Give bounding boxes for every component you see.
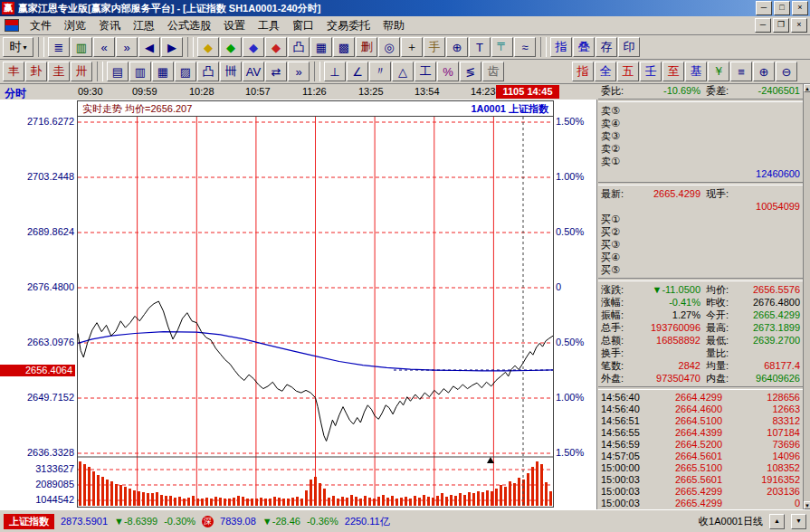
fund-flow-icon[interactable]: ￥ (708, 62, 729, 81)
quote-label: 均量: (706, 359, 742, 372)
grid-a-icon-glyph: ▤ (112, 65, 123, 79)
kline-view-icon[interactable]: ▥ (71, 37, 92, 57)
measure-tool-icon[interactable]: 工 (415, 62, 436, 81)
time-axis-label: 10:28 (189, 86, 214, 97)
settings-gear-icon[interactable]: 齿 (482, 62, 504, 81)
add-point-icon[interactable]: ⊕ (446, 37, 468, 57)
grid-small-icon[interactable]: ▦ (310, 37, 332, 57)
erase-tool-icon-glyph: 删 (361, 39, 373, 55)
last-page-icon[interactable]: » (116, 37, 138, 57)
zoom-in-icon[interactable]: ⊕ (753, 62, 775, 81)
diamond-yellow-icon[interactable]: ◆ (197, 37, 219, 57)
angle-tool-icon[interactable]: ∠ (347, 62, 368, 81)
menu-gann[interactable]: 江恩 (127, 16, 161, 35)
status-index-name[interactable]: 上证指数 (4, 514, 54, 529)
indicator-window-icon[interactable]: 指 (550, 37, 572, 57)
menu-formula-stock-pick[interactable]: 公式选股 (161, 16, 217, 35)
overlay-window-icon[interactable]: 叠 (573, 37, 595, 57)
menu-trade-order[interactable]: 交易委托 (320, 16, 376, 35)
minimize-button[interactable]: ─ (756, 1, 772, 15)
bars-tool-icon[interactable]: 卌 (220, 62, 242, 81)
intraday-chart[interactable] (77, 116, 554, 508)
menu-window[interactable]: 窗口 (286, 16, 320, 35)
wave-tool-icon-glyph: ≈ (521, 41, 528, 54)
menu-browse[interactable]: 浏览 (58, 16, 92, 35)
expand-more-icon[interactable]: » (288, 62, 310, 81)
scroll-up-icon[interactable]: ▲ (804, 84, 810, 92)
gann-box2-icon[interactable]: 卅 (71, 62, 92, 81)
crosshair-icon[interactable]: ＋ (401, 37, 423, 57)
quote-value: 16858892 (637, 334, 700, 347)
gann-grid-icon[interactable]: 卦 (25, 62, 47, 81)
magnifier-icon[interactable]: ◎ (378, 37, 400, 57)
ask-label: 卖⑤ (601, 104, 637, 117)
info-icon[interactable]: 壬 (640, 62, 662, 81)
fundamental-icon[interactable]: 基 (685, 62, 707, 81)
tick-time: 15:00:03 (601, 474, 652, 486)
zigzag-tool-icon[interactable]: ≶ (460, 62, 481, 81)
save-image-icon[interactable]: 存 (596, 37, 617, 57)
percent-tool-icon[interactable]: % (437, 62, 459, 81)
diamond-red-icon[interactable]: ◆ (265, 37, 287, 57)
five-grade-icon[interactable]: 五 (617, 62, 639, 81)
status-scroll-down-button[interactable]: ▼ (791, 514, 806, 529)
menu-file[interactable]: 文件 (24, 16, 58, 35)
text-tool-icon[interactable]: T (469, 37, 491, 57)
quote-label: 现手: (706, 187, 742, 200)
diamond-green-icon[interactable]: ◆ (220, 37, 242, 57)
av-tool-icon[interactable]: AV (243, 62, 264, 81)
status-scroll-up-button[interactable]: ▲ (769, 514, 785, 529)
zigzag-tool-icon-glyph: ≶ (466, 65, 476, 79)
maximize-button[interactable]: □ (774, 1, 790, 15)
parallel-tool-icon[interactable]: 〃 (369, 62, 391, 81)
menu-help[interactable]: 帮助 (376, 16, 411, 35)
scroll-down-icon[interactable]: ▼ (804, 501, 810, 509)
grid-a-icon[interactable]: ▤ (107, 62, 129, 81)
bump-tool-icon[interactable]: 凸 (197, 62, 219, 81)
zoom-out-icon[interactable]: ⊖ (776, 62, 797, 81)
grid-b-icon[interactable]: ▥ (129, 62, 151, 81)
mdi-close-button[interactable]: × (791, 18, 807, 33)
tick-price: 2664.4299 (652, 392, 722, 404)
gann-fan-icon[interactable]: 丰 (3, 62, 24, 81)
grid-c-icon[interactable]: ▦ (152, 62, 174, 81)
quote-value: 97350470 (637, 372, 700, 385)
menu-news[interactable]: 资讯 (92, 16, 127, 35)
prev-page-icon[interactable]: ◀ (138, 37, 160, 57)
stat-row: 涨幅:-0.41%昨收:2676.4800 (598, 296, 803, 309)
diamond-blue-icon[interactable]: ◆ (243, 37, 264, 57)
hand-tool-icon[interactable]: 手 (424, 37, 445, 57)
time-axis-label: 09:30 (78, 86, 103, 97)
fullscreen-icon[interactable]: 全 (595, 62, 616, 81)
mdi-restore-button[interactable]: ❐ (773, 18, 789, 33)
wave-tool-icon[interactable]: ≈ (514, 37, 536, 57)
goto-icon[interactable]: 至 (662, 62, 684, 81)
close-button[interactable]: × (792, 1, 808, 15)
first-page-icon[interactable]: « (93, 37, 115, 57)
mdi-minimize-button[interactable]: ─ (755, 18, 771, 33)
menu-tools[interactable]: 工具 (252, 16, 286, 35)
gann-box-icon[interactable]: 凸 (288, 37, 310, 57)
grid-d-icon[interactable]: ▨ (175, 62, 196, 81)
gann-line-icon[interactable]: 圭 (48, 62, 70, 81)
menu-settings[interactable]: 设置 (217, 16, 252, 35)
vline-tool-icon[interactable]: ⊥ (324, 62, 346, 81)
flag-tool-icon[interactable]: 〒 (491, 37, 513, 57)
status-sz-pct: -0.36% (307, 516, 338, 527)
grid-shade-icon[interactable]: ▩ (333, 37, 355, 57)
triangle-tool-icon[interactable]: △ (392, 62, 414, 81)
board-view-icon[interactable]: ≣ (48, 37, 70, 57)
menu-bar: 文件浏览资讯江恩公式选股设置工具窗口交易委托帮助 ─ ❐ × (0, 16, 810, 35)
print-icon[interactable]: 印 (618, 37, 640, 57)
ask-total-value: 12460600 (601, 167, 800, 180)
next-page-icon[interactable]: ▶ (161, 37, 183, 57)
swap-tool-icon[interactable]: ⇄ (265, 62, 287, 81)
period-selector-button[interactable]: 时▾ (3, 37, 33, 57)
formula-icon[interactable]: 指 (572, 62, 594, 81)
erase-tool-icon[interactable]: 删 (356, 37, 377, 57)
ask-row: 卖② (598, 142, 803, 155)
quote-scrollbar[interactable]: ▲ ▼ (803, 84, 810, 509)
quote-label: 委差: (706, 84, 742, 97)
list-icon[interactable]: ≡ (730, 62, 752, 81)
settings-gear-icon-glyph: 齿 (488, 63, 500, 80)
